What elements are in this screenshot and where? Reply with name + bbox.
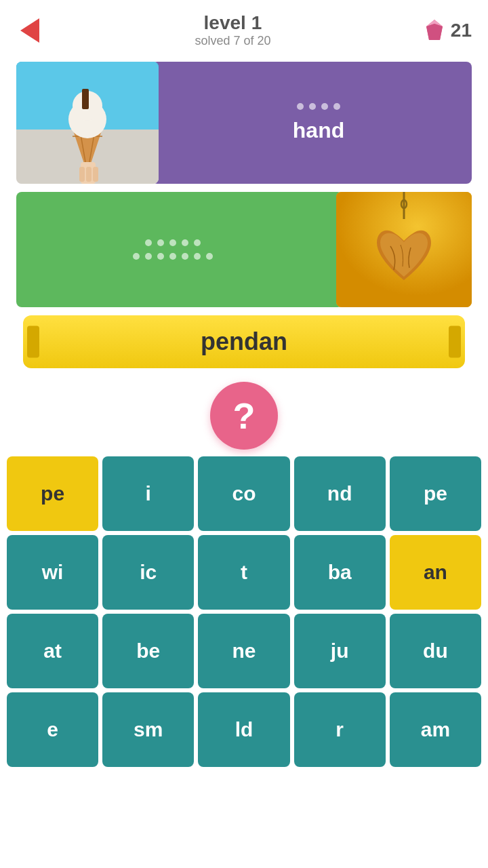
dot	[206, 253, 213, 260]
letter-tile[interactable]: du	[390, 614, 481, 688]
dot	[145, 239, 152, 246]
puzzle2-card	[16, 192, 343, 307]
dot	[182, 253, 188, 260]
question-mark-icon: ?	[233, 395, 256, 437]
puzzle-row-top: hand	[16, 62, 472, 184]
letter-tile[interactable]: i	[102, 456, 194, 531]
letter-tile[interactable]: at	[7, 614, 98, 688]
letter-tile[interactable]: nd	[294, 456, 386, 531]
gem-counter: 21	[422, 18, 472, 43]
back-arrow-icon	[20, 18, 39, 43]
letter-tile[interactable]: ne	[198, 614, 289, 688]
svg-rect-15	[93, 167, 98, 182]
puzzle-area: hand	[0, 55, 488, 375]
gem-icon	[422, 18, 447, 43]
letter-tile[interactable]: ld	[198, 692, 289, 767]
ice-cream-bg	[16, 62, 159, 184]
letter-tile[interactable]: ju	[294, 614, 386, 688]
answer-word: pendan	[201, 328, 287, 355]
letter-tile[interactable]: an	[390, 535, 481, 610]
level-title: level 1	[195, 12, 270, 34]
dot	[133, 253, 140, 260]
letter-tile[interactable]: ic	[102, 535, 194, 610]
letter-tile[interactable]: pe	[7, 456, 98, 531]
letter-tile[interactable]: co	[198, 456, 289, 531]
solved-text: solved 7 of 20	[195, 34, 270, 48]
puzzle-row-mid	[16, 192, 472, 307]
puzzle1-card: hand	[152, 62, 472, 184]
letter-tile[interactable]: t	[198, 535, 289, 610]
header-center: level 1 solved 7 of 20	[195, 12, 270, 48]
pendant-bg	[336, 192, 472, 307]
dot	[157, 253, 164, 260]
letter-grid: peicondpewiictbaanatbenejuduesmldram	[0, 456, 488, 767]
gem-count-label: 21	[451, 20, 472, 41]
dot	[145, 253, 152, 260]
svg-rect-11	[82, 89, 89, 109]
dot	[169, 239, 176, 246]
ice-cream-svg	[16, 62, 159, 184]
help-button[interactable]: ?	[210, 382, 278, 450]
letter-tile[interactable]: am	[390, 692, 481, 767]
puzzle2-dots-row1	[145, 239, 201, 246]
dot	[297, 103, 304, 110]
dot	[182, 239, 188, 246]
pendant-svg	[336, 192, 472, 307]
dot	[321, 103, 328, 110]
dot	[194, 253, 201, 260]
pendant-image	[336, 192, 472, 307]
svg-rect-13	[79, 167, 85, 182]
help-section: ?	[0, 382, 488, 450]
back-button[interactable]	[16, 17, 43, 44]
dot	[194, 239, 201, 246]
letter-tile[interactable]: e	[7, 692, 98, 767]
letter-tile[interactable]: sm	[102, 692, 194, 767]
dot	[309, 103, 316, 110]
ice-cream-image	[16, 62, 159, 184]
puzzle2-dots-row2	[133, 253, 213, 260]
dot	[169, 253, 176, 260]
dot	[157, 239, 164, 246]
letter-tile[interactable]: ba	[294, 535, 386, 610]
answer-strip: pendan	[23, 315, 465, 368]
svg-marker-2	[426, 24, 443, 40]
letter-tile[interactable]: be	[102, 614, 194, 688]
letter-tile[interactable]: r	[294, 692, 386, 767]
svg-rect-14	[86, 167, 92, 182]
letter-tile[interactable]: wi	[7, 535, 98, 610]
dot	[333, 103, 340, 110]
header: level 1 solved 7 of 20 21	[0, 0, 488, 55]
puzzle1-dots	[297, 103, 340, 110]
letter-tile[interactable]: pe	[390, 456, 481, 531]
puzzle1-word: hand	[293, 118, 344, 143]
